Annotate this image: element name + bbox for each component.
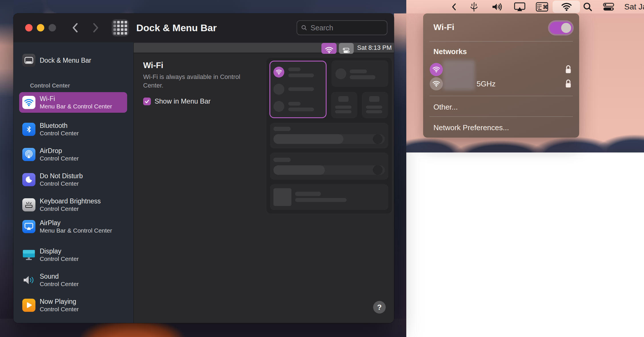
skeleton-bar: [288, 74, 314, 77]
svg-text:⌘: ⌘: [543, 4, 548, 10]
mock-slider-knob: [373, 165, 383, 175]
skeleton-block: [369, 96, 379, 102]
lock-icon: [565, 65, 572, 74]
checkbox-label: Show in Menu Bar: [155, 97, 211, 105]
sidebar-item-display[interactable]: Display Control Center: [13, 247, 133, 263]
zoom-button[interactable]: [49, 24, 56, 31]
divider: [429, 41, 573, 41]
mock-wifi-circle: [273, 67, 284, 78]
keyboard-brightness-icon: [22, 198, 35, 211]
bluetooth-icon: [22, 123, 35, 136]
section-heading: Wi-Fi: [143, 61, 163, 70]
search-field[interactable]: [297, 20, 387, 35]
skeleton-bar: [288, 68, 301, 71]
sidebar-item-now-playing[interactable]: Now Playing Control Center: [13, 298, 133, 313]
sidebar-item-do-not-disturb[interactable]: Do Not Disturb Control Center: [13, 172, 133, 187]
sidebar-item-label: Dock & Menu Bar: [40, 56, 120, 64]
skeleton-bar: [335, 110, 351, 113]
skeleton-bar: [288, 108, 314, 111]
mock-wifi-module-selected: [269, 61, 327, 118]
mock-slider-module: [270, 123, 388, 148]
display-icon: [22, 248, 35, 261]
mock-slider-module: [270, 152, 388, 180]
divider: [429, 116, 573, 117]
finder-icon[interactable]: [468, 0, 480, 13]
settings-window: Dock & Menu Bar Dock & Menu Bar: [13, 13, 394, 323]
skeleton-block: [273, 188, 291, 206]
skeleton-bar: [295, 192, 321, 196]
chevron-left-icon[interactable]: [450, 0, 458, 13]
volume-icon[interactable]: [490, 0, 505, 13]
foreground-window: [406, 152, 644, 337]
mock-slider-fill: [273, 165, 325, 175]
redacted-network-name: [443, 60, 475, 90]
skeleton-bar: [350, 75, 375, 79]
sidebar-item-wifi[interactable]: Wi-Fi Menu Bar & Control Center: [19, 92, 127, 113]
mock-circle: [335, 68, 346, 79]
sound-icon: [22, 273, 35, 287]
skeleton-bar: [288, 87, 314, 91]
close-button[interactable]: [25, 24, 33, 31]
mock-slider-fill: [273, 134, 343, 144]
divider: [429, 96, 573, 96]
skeleton-bar: [366, 106, 382, 109]
wifi-toggle-on[interactable]: [549, 22, 572, 34]
menu-item-other[interactable]: Other...: [433, 103, 458, 112]
help-button[interactable]: ?: [373, 301, 386, 314]
skeleton-bar: [350, 70, 367, 73]
moon-icon: [22, 173, 35, 186]
wifi-icon: [22, 96, 35, 109]
mock-circle: [273, 101, 284, 112]
wallpaper-left: [0, 0, 13, 337]
airplay-icon: [22, 220, 35, 233]
skeleton-block: [338, 96, 349, 102]
show-all-preferences-button[interactable]: [112, 19, 129, 36]
mock-module-small: [362, 92, 388, 118]
network-row-connected wifi-icon[interactable]: [430, 63, 443, 76]
control-center-icon[interactable]: [602, 0, 615, 13]
menu-item-network-preferences[interactable]: Network Preferences...: [433, 123, 509, 132]
skeleton-bar: [273, 158, 291, 162]
keyboard-viewer-icon[interactable]: ⌘: [535, 0, 549, 13]
play-icon: [22, 299, 35, 312]
network-row-5ghz wifi-icon[interactable]: [430, 77, 443, 90]
content-pane: Sat 8:13 PM Wi-Fi Wi-Fi is always availa…: [134, 42, 394, 323]
wifi-menu-panel: Wi-Fi Networks 5GHz: [423, 13, 579, 138]
wifi-icon[interactable]: [561, 0, 572, 13]
sidebar-section-control-center: Control Center: [30, 82, 70, 89]
control-center-preview-mockup: [266, 57, 392, 214]
preview-wifi-badge: [321, 43, 337, 54]
titlebar: Dock & Menu Bar: [13, 13, 394, 43]
airdrop-icon: [22, 148, 35, 161]
sidebar-item-dock-menu-bar[interactable]: Dock & Menu Bar: [13, 54, 133, 67]
skeleton-bar: [335, 106, 351, 109]
preview-control-center-badge: [339, 43, 354, 54]
preview-clock: Sat 8:13 PM: [357, 43, 392, 53]
desktop: ⌘: [0, 0, 644, 337]
back-button[interactable]: [72, 23, 78, 33]
screen-mirroring-icon[interactable]: [513, 0, 526, 13]
checkbox-checked[interactable]: [143, 98, 151, 105]
spotlight-search-icon[interactable]: [582, 0, 594, 13]
search-input[interactable]: [310, 23, 383, 32]
sidebar-item-keyboard-brightness[interactable]: Keyboard Brightness Control Center: [13, 197, 133, 213]
minimize-button[interactable]: [37, 24, 44, 31]
sidebar-item-airplay[interactable]: AirPlay Menu Bar & Control Center: [13, 219, 133, 234]
wifi-menu-title: Wi-Fi: [433, 22, 454, 32]
sidebar-item-bluetooth[interactable]: Bluetooth Control Center: [13, 122, 133, 137]
search-icon: [301, 24, 307, 31]
dock-icon: [22, 54, 35, 67]
skeleton-bar: [366, 110, 382, 113]
sidebar-item-airdrop[interactable]: AirDrop Control Center: [13, 147, 133, 162]
mock-circle: [273, 84, 284, 95]
forward-button[interactable]: [93, 23, 99, 33]
mock-slider-knob: [373, 134, 383, 144]
menu-bar-clock[interactable]: Sat Ja: [624, 0, 644, 13]
sidebar-item-sublabel: Menu Bar & Control Center: [40, 103, 120, 110]
sidebar-item-sound[interactable]: Sound Control Center: [13, 272, 133, 288]
toggle-knob: [561, 23, 571, 33]
window-title: Dock & Menu Bar: [136, 13, 217, 42]
skeleton-bar: [295, 198, 347, 202]
show-in-menu-bar-row: Show in Menu Bar: [143, 97, 211, 105]
section-description: Wi-Fi is always available in Control Cen…: [143, 73, 257, 90]
